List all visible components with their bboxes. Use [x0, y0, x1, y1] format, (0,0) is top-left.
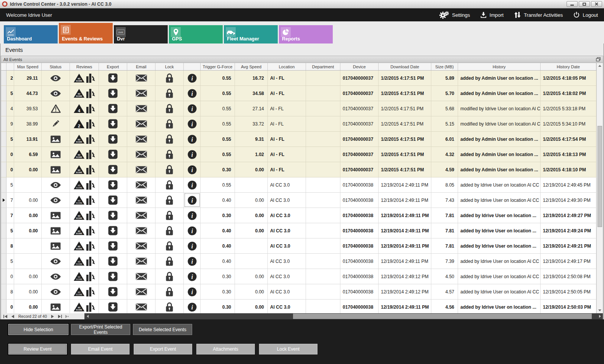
- info-cell[interactable]: i: [184, 284, 201, 299]
- column-header-avg-speed[interactable]: Avg Speed: [235, 63, 268, 70]
- last-record-button[interactable]: [57, 314, 63, 319]
- reviews-cell[interactable]: NOSCORE: [70, 223, 99, 238]
- lock-cell[interactable]: [155, 254, 184, 269]
- info-cell[interactable]: i: [184, 254, 201, 269]
- column-header-download-date[interactable]: Download Date: [379, 63, 431, 70]
- reviews-cell[interactable]: NOSCORE: [70, 284, 99, 299]
- info-cell[interactable]: i: [184, 71, 201, 85]
- lock-cell[interactable]: [155, 223, 184, 238]
- email-cell[interactable]: [127, 269, 155, 284]
- lock-cell[interactable]: [155, 193, 184, 208]
- export-cell[interactable]: [99, 116, 127, 131]
- export-cell[interactable]: [99, 193, 127, 208]
- close-button[interactable]: [591, 1, 602, 7]
- reviews-cell[interactable]: NOSCORE: [70, 269, 99, 284]
- status-cell[interactable]: [42, 284, 70, 299]
- previous-record-button[interactable]: [10, 314, 15, 319]
- column-header-device[interactable]: Device: [340, 63, 379, 70]
- export-cell[interactable]: [99, 132, 127, 147]
- email-cell[interactable]: [127, 177, 155, 192]
- tab-dvr[interactable]: DVRDvr: [114, 25, 168, 43]
- email-cell[interactable]: [127, 238, 155, 253]
- email-cell[interactable]: [127, 116, 155, 131]
- lock-cell[interactable]: [155, 162, 184, 177]
- export-cell[interactable]: [99, 71, 127, 85]
- export-cell[interactable]: [99, 147, 127, 162]
- info-cell[interactable]: i: [184, 116, 201, 131]
- export-cell[interactable]: [99, 223, 127, 238]
- info-cell[interactable]: i: [184, 193, 201, 208]
- horizontal-scrollbar[interactable]: [84, 313, 603, 319]
- lock-cell[interactable]: [155, 177, 184, 192]
- export-cell[interactable]: [99, 269, 127, 284]
- export-cell[interactable]: [99, 254, 127, 269]
- table-row[interactable]: 5NOSCOREi0.55Al CC 3.001704000003812/19/…: [1, 177, 596, 193]
- logout-button[interactable]: Logout: [573, 12, 598, 18]
- scroll-right-icon[interactable]: [597, 313, 603, 319]
- info-cell[interactable]: i: [184, 101, 201, 116]
- email-cell[interactable]: [127, 101, 155, 116]
- column-header-location[interactable]: Location: [268, 63, 306, 70]
- email-event-button[interactable]: Email Event: [71, 344, 130, 354]
- lock-cell[interactable]: [155, 132, 184, 147]
- export-print-selected-events-button[interactable]: Export/Print Selected Events: [71, 324, 130, 335]
- email-cell[interactable]: [127, 223, 155, 238]
- status-cell[interactable]: [42, 116, 70, 131]
- info-cell[interactable]: i: [184, 162, 201, 177]
- info-cell[interactable]: i: [184, 300, 201, 313]
- status-cell[interactable]: [42, 86, 70, 101]
- export-event-button[interactable]: Export Event: [134, 344, 192, 354]
- status-cell[interactable]: [42, 71, 70, 85]
- reviews-cell[interactable]: NOSCORE: [70, 71, 99, 85]
- table-row[interactable]: 229.11NOSCOREi0.5516.72Al - FL0170400000…: [1, 71, 596, 86]
- email-cell[interactable]: [127, 254, 155, 269]
- lock-cell[interactable]: [155, 284, 184, 299]
- status-cell[interactable]: [42, 300, 70, 313]
- table-row[interactable]: 50.00NOSCOREi0.400.00Al CC 3.00170400000…: [1, 223, 596, 238]
- column-header-status[interactable]: Status: [42, 63, 70, 70]
- column-header-lock[interactable]: Lock: [155, 63, 184, 70]
- reviews-cell[interactable]: NOSCORE: [70, 208, 99, 223]
- export-cell[interactable]: [99, 86, 127, 101]
- email-cell[interactable]: [127, 300, 155, 313]
- minimize-button[interactable]: [567, 1, 578, 7]
- info-cell[interactable]: i: [184, 238, 201, 253]
- export-cell[interactable]: [99, 300, 127, 313]
- hide-selection-button[interactable]: Hide Selection: [8, 324, 68, 335]
- status-cell[interactable]: [42, 101, 70, 116]
- export-cell[interactable]: [99, 177, 127, 192]
- table-row[interactable]: 70.00NOSCOREi0.300.00Al CC 3.00170400000…: [1, 208, 596, 223]
- horizontal-scroll-track[interactable]: [91, 313, 597, 319]
- reviews-cell[interactable]: NOSCORE: [70, 162, 99, 177]
- status-cell[interactable]: [42, 162, 70, 177]
- status-cell[interactable]: [42, 269, 70, 284]
- table-row[interactable]: 938.992i0.5533.72Al - FL0170400000371/2/…: [1, 116, 596, 132]
- vertical-scrollbar[interactable]: [596, 63, 603, 313]
- scroll-up-icon[interactable]: [597, 63, 603, 69]
- status-cell[interactable]: [42, 238, 70, 253]
- info-cell[interactable]: i: [184, 177, 201, 192]
- info-cell[interactable]: i: [184, 86, 201, 101]
- tab-fleet-manager[interactable]: Fleet Manager: [224, 25, 278, 43]
- reviews-cell[interactable]: 4: [70, 101, 99, 116]
- tab-gps[interactable]: GPS: [169, 25, 223, 43]
- column-header-history[interactable]: History: [458, 63, 541, 70]
- column-header-blank[interactable]: [184, 63, 201, 70]
- table-row[interactable]: 00.00NOSCOREi0.300.00Al CC 3.00170400000…: [1, 300, 596, 313]
- export-cell[interactable]: [99, 101, 127, 116]
- reviews-cell[interactable]: 2: [70, 116, 99, 131]
- table-row[interactable]: 8NOSCOREi0.40Al CC 3.001704000003812/19/…: [1, 238, 596, 254]
- export-cell[interactable]: [99, 162, 127, 177]
- horizontal-scroll-thumb[interactable]: [293, 314, 592, 319]
- info-cell[interactable]: i: [184, 132, 201, 147]
- email-cell[interactable]: [127, 147, 155, 162]
- vertical-scroll-track[interactable]: [597, 69, 603, 308]
- column-header-trigger-g-force[interactable]: Trigger G-Force: [201, 63, 235, 70]
- reviews-cell[interactable]: NOSCORE: [70, 238, 99, 253]
- vertical-scroll-thumb[interactable]: [598, 126, 602, 227]
- column-header-blank[interactable]: [6, 63, 14, 70]
- maximize-button[interactable]: [579, 1, 590, 7]
- table-row[interactable]: 00.00NOSCOREi0.300.00Al - FL017040000037…: [1, 162, 596, 177]
- first-record-button[interactable]: [3, 314, 8, 319]
- reviews-cell[interactable]: NOSCORE: [70, 147, 99, 162]
